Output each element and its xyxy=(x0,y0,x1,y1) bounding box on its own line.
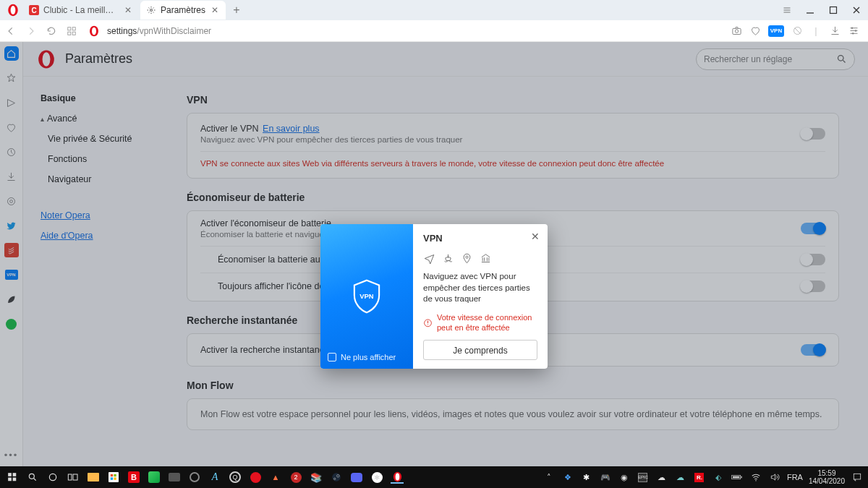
svg-rect-44 xyxy=(733,476,739,479)
svg-point-11 xyxy=(735,30,738,33)
maximize-button[interactable] xyxy=(822,0,845,20)
tray-clock[interactable]: 15:59 14/04/2020 xyxy=(809,469,845,485)
tray-controller-icon[interactable]: 🎮 xyxy=(599,471,612,484)
back-button[interactable] xyxy=(4,25,17,38)
app-books-icon[interactable]: 📚 xyxy=(310,471,323,484)
tray-onedrive-icon[interactable]: ☁ xyxy=(674,471,687,484)
dialog-understand-button[interactable]: Je comprends xyxy=(423,340,537,360)
svg-point-9 xyxy=(92,27,96,35)
store-icon[interactable] xyxy=(107,471,120,484)
forward-button[interactable] xyxy=(25,25,38,38)
dialog-hero: VPN Ne plus afficher xyxy=(320,224,413,369)
svg-rect-27 xyxy=(8,478,12,481)
dialog-close-button[interactable]: ✕ xyxy=(529,230,542,243)
dialog-title: VPN xyxy=(423,233,537,244)
svg-point-37 xyxy=(332,473,341,481)
workspace-menu-icon[interactable] xyxy=(775,0,799,20)
tray-lang[interactable]: FRA xyxy=(787,473,803,481)
heart-icon[interactable] xyxy=(749,25,761,37)
tab-strip: C Clubic - La meilleure source ✕ Paramèt… xyxy=(0,0,868,20)
tray-battery-icon[interactable] xyxy=(731,471,744,484)
svg-point-41 xyxy=(395,473,399,480)
site-info-icon[interactable] xyxy=(88,25,100,37)
speed-dial-icon[interactable] xyxy=(65,25,78,38)
tray-dropbox-icon[interactable]: ⬖ xyxy=(712,471,725,484)
download-icon[interactable] xyxy=(829,25,841,37)
app-2-icon[interactable]: 2 xyxy=(289,471,302,484)
app-a-icon[interactable]: A xyxy=(208,471,221,484)
url-main: settings xyxy=(107,26,137,36)
adblock-icon[interactable] xyxy=(791,25,803,37)
tab-clubic[interactable]: C Clubic - La meilleure source ✕ xyxy=(23,1,139,20)
reload-button[interactable] xyxy=(45,25,58,38)
app-b-icon[interactable]: B xyxy=(127,471,140,484)
svg-point-30 xyxy=(49,474,56,480)
svg-point-1 xyxy=(11,6,16,14)
dont-show-label: Ne plus afficher xyxy=(341,353,396,361)
close-tab-icon[interactable]: ✕ xyxy=(123,5,133,15)
discord-icon[interactable] xyxy=(350,471,363,484)
warning-icon xyxy=(423,313,433,333)
close-window-button[interactable] xyxy=(845,0,868,20)
start-button[interactable] xyxy=(6,471,19,484)
steam-icon[interactable] xyxy=(330,471,343,484)
app-red-icon[interactable] xyxy=(249,471,262,484)
app-green-icon[interactable] xyxy=(148,471,161,484)
slack-icon[interactable]: ✱ xyxy=(370,471,383,484)
vpn-dialog: VPN Ne plus afficher ✕ VPN Naviguez avec… xyxy=(320,224,548,369)
clubic-favicon: C xyxy=(29,5,39,15)
dont-show-again-checkbox[interactable]: Ne plus afficher xyxy=(328,353,396,361)
svg-rect-25 xyxy=(8,473,12,476)
dialog-body-text: Naviguez avec VPN pour empêcher des tier… xyxy=(423,271,537,305)
address-bar: settings/vpnWithDisclaimer VPN | xyxy=(0,20,868,42)
new-tab-button[interactable]: + xyxy=(229,2,244,18)
tray-wifi-icon[interactable] xyxy=(749,471,762,484)
tray-app1-icon[interactable]: ✱ xyxy=(580,471,593,484)
search-task-icon[interactable] xyxy=(26,471,39,484)
opera-task-icon[interactable] xyxy=(391,471,404,484)
app-gray2-icon[interactable] xyxy=(188,471,201,484)
bank-icon xyxy=(480,252,491,264)
easy-setup-icon[interactable] xyxy=(848,25,859,37)
tray-chevron-icon[interactable]: ˄ xyxy=(542,471,556,484)
modal-overlay[interactable]: VPN Ne plus afficher ✕ VPN Naviguez avec… xyxy=(0,42,868,466)
svg-point-45 xyxy=(755,480,757,481)
svg-rect-35 xyxy=(111,477,113,479)
dialog-feature-icons xyxy=(423,252,537,264)
opera-menu-icon[interactable] xyxy=(4,1,22,19)
vpn-shield-icon: VPN xyxy=(352,279,382,314)
tray-r-icon[interactable]: R. xyxy=(693,471,706,484)
vpn-badge[interactable]: VPN xyxy=(768,25,784,37)
app-q-icon[interactable]: Q xyxy=(229,471,242,484)
svg-point-15 xyxy=(852,33,854,35)
tab-title: Paramètres xyxy=(161,5,205,15)
snapshot-icon[interactable] xyxy=(731,25,742,37)
taskview-icon[interactable] xyxy=(67,471,80,484)
notifications-icon[interactable] xyxy=(851,471,864,484)
close-tab-icon[interactable]: ✕ xyxy=(210,5,220,15)
divider: | xyxy=(810,25,822,37)
url-field[interactable]: settings/vpnWithDisclaimer xyxy=(107,26,211,36)
tray-epic-icon[interactable]: EPIC xyxy=(637,471,650,484)
tab-title: Clubic - La meilleure source xyxy=(43,5,119,15)
tray-volume-icon[interactable] xyxy=(768,471,781,484)
main-area: VPN ••• Paramètres Rechercher un réglage… xyxy=(0,42,868,466)
app-gray1-icon[interactable] xyxy=(168,471,181,484)
gear-icon xyxy=(146,5,156,15)
dialog-warning: Votre vitesse de connexion peut en être … xyxy=(423,312,537,333)
svg-rect-34 xyxy=(114,474,116,476)
cortana-icon[interactable] xyxy=(46,471,59,484)
explorer-icon[interactable] xyxy=(87,471,100,484)
svg-rect-43 xyxy=(741,476,741,479)
svg-rect-32 xyxy=(73,474,77,480)
tray-bt-icon[interactable]: ❖ xyxy=(561,471,574,484)
tab-settings[interactable]: Paramètres ✕ xyxy=(140,1,226,20)
ship-icon xyxy=(442,252,454,264)
tray-cloud-icon[interactable]: ☁ xyxy=(655,471,668,484)
tray-steam-icon[interactable]: ◉ xyxy=(618,471,631,484)
app-orange-icon[interactable]: ▲ xyxy=(269,471,282,484)
minimize-button[interactable] xyxy=(799,0,822,20)
svg-rect-46 xyxy=(854,474,860,479)
svg-text:VPN: VPN xyxy=(359,292,374,300)
checkbox-icon xyxy=(328,353,336,361)
